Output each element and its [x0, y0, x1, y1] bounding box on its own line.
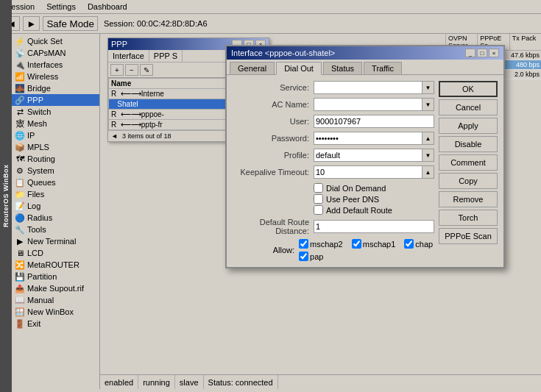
- checkboxes-section: Dial On Demand Use Peer DNS Add Default …: [314, 183, 434, 215]
- use-peer-dns-row: Use Peer DNS: [314, 194, 434, 204]
- dialog-maximize-button[interactable]: □: [477, 49, 487, 57]
- ppp-row-3-name: R ⟵⟶pptp-fr: [109, 120, 228, 130]
- sidebar-item-system[interactable]: ⚙ System: [12, 165, 99, 177]
- profile-input[interactable]: [314, 149, 422, 162]
- user-input[interactable]: [314, 115, 434, 128]
- ok-button[interactable]: OK: [439, 81, 498, 97]
- ac-name-dropdown-button[interactable]: ▼: [422, 98, 434, 111]
- sidebar-item-mesh[interactable]: 🕸 Mesh: [12, 118, 99, 129]
- dial-on-demand-row: Dial On Demand: [314, 183, 434, 193]
- sidebar-item-make-supout[interactable]: 📤 Make Supout.rif: [12, 282, 99, 294]
- ppp-edit-button[interactable]: ✎: [140, 64, 153, 76]
- sidebar-item-metarouter[interactable]: 🔀 MetaROUTER: [12, 259, 99, 271]
- service-label: Service:: [233, 83, 314, 92]
- sidebar-item-mpls[interactable]: 📦 MPLS: [12, 141, 99, 153]
- sidebar-item-tools[interactable]: 🔧 Tools: [12, 224, 99, 235]
- sidebar-item-queues[interactable]: 📋 Queues: [12, 177, 99, 188]
- sidebar-label-wireless: Wireless: [27, 72, 58, 81]
- password-label: Password:: [233, 134, 314, 143]
- ppp-row-2-name: R ⟵⟶pppoe-: [109, 110, 228, 120]
- ppp-remove-button[interactable]: −: [125, 64, 138, 76]
- sidebar-label-files: Files: [27, 190, 44, 199]
- dialog-buttons: OK Cancel Apply Disable Comment Copy Rem…: [439, 81, 498, 261]
- tab-traffic[interactable]: Traffic: [364, 62, 402, 74]
- profile-dropdown-button[interactable]: ▼: [422, 149, 434, 162]
- right-col-tx: Tx Pack: [510, 34, 541, 50]
- password-input[interactable]: [314, 132, 422, 145]
- keepalive-input-wrapper: ▲: [314, 165, 434, 179]
- pap-checkbox[interactable]: [299, 252, 308, 261]
- profile-row: Profile: ▼: [233, 149, 434, 162]
- sidebar-item-wireless[interactable]: 📶 Wireless: [12, 71, 99, 82]
- default-route-row: Default Route Distance:: [233, 218, 434, 235]
- sidebar-item-capsman[interactable]: 📡 CAPsMAN: [12, 47, 99, 59]
- add-default-route-checkbox[interactable]: [314, 205, 323, 215]
- sidebar-item-quick-set[interactable]: ⚡ Quick Set: [12, 35, 99, 47]
- tab-general[interactable]: General: [230, 62, 275, 74]
- use-peer-dns-label: Use Peer DNS: [326, 195, 379, 204]
- tab-status[interactable]: Status: [323, 62, 362, 74]
- ppp-tab-interface[interactable]: Interface: [108, 50, 149, 62]
- sidebar-label-new-terminal: New Terminal: [27, 237, 76, 246]
- dialog-close-button[interactable]: ×: [489, 49, 499, 57]
- sidebar-item-exit[interactable]: 🚪 Exit: [12, 318, 99, 329]
- profile-input-wrapper: ▼: [314, 149, 434, 162]
- copy-button[interactable]: Copy: [439, 173, 498, 189]
- allow-mschap2: mschap2: [299, 239, 343, 249]
- mschap2-checkbox[interactable]: [299, 239, 308, 249]
- dialog-form: Service: ▼ AC Name: ▼: [233, 81, 434, 261]
- menu-settings[interactable]: Settings: [43, 1, 79, 12]
- default-route-input[interactable]: [314, 220, 434, 233]
- cancel-button[interactable]: Cancel: [439, 99, 498, 115]
- allow-chap: chap: [404, 239, 433, 249]
- forward-button[interactable]: ►: [23, 16, 40, 31]
- keepalive-row: Keepalive Timeout: ▲: [233, 165, 434, 179]
- right-row-2-tx: 2.0 kbps: [509, 71, 541, 78]
- ppp-col-name: Name: [109, 79, 228, 89]
- sidebar-item-log[interactable]: 📝 Log: [12, 200, 99, 212]
- sidebar-item-radius[interactable]: 🔵 Radius: [12, 212, 99, 224]
- chap-checkbox[interactable]: [404, 239, 414, 249]
- bridge-icon: 🌉: [15, 83, 25, 93]
- service-input[interactable]: [314, 81, 422, 94]
- menu-dashboard[interactable]: Dashboard: [85, 1, 130, 12]
- sidebar-item-partition[interactable]: 💾 Partition: [12, 271, 99, 282]
- toolbar: ◄ ► Safe Mode Session: 00:0C:42:8D:8D:A6: [0, 14, 541, 34]
- sidebar-item-bridge[interactable]: 🌉 Bridge: [12, 82, 99, 94]
- mschap1-checkbox[interactable]: [352, 239, 361, 249]
- ac-name-input[interactable]: [314, 98, 422, 111]
- use-peer-dns-checkbox[interactable]: [314, 194, 323, 204]
- apply-button[interactable]: Apply: [439, 118, 498, 134]
- sidebar-item-switch[interactable]: ⇄ Switch: [12, 106, 99, 118]
- sidebar-item-ppp[interactable]: 🔗 PPP: [12, 94, 99, 106]
- sidebar-item-routing[interactable]: 🗺 Routing: [12, 153, 99, 165]
- sidebar-item-files[interactable]: 📁 Files: [12, 188, 99, 200]
- supout-icon: 📤: [15, 283, 25, 293]
- password-show-button[interactable]: ▲: [422, 132, 434, 145]
- remove-button[interactable]: Remove: [439, 191, 498, 207]
- sidebar-item-ip[interactable]: 🌐 IP: [12, 129, 99, 141]
- sidebar-item-manual[interactable]: 📖 Manual: [12, 294, 99, 306]
- winbox-icon: 🪟: [15, 307, 25, 317]
- sidebar-item-new-terminal[interactable]: ▶ New Terminal: [12, 235, 99, 247]
- disable-button[interactable]: Disable: [439, 136, 498, 152]
- sidebar-item-new-winbox[interactable]: 🪟 New WinBox: [12, 306, 99, 318]
- sidebar-item-interfaces[interactable]: 🔌 Interfaces: [12, 59, 99, 71]
- tab-dial-out[interactable]: Dial Out: [276, 62, 322, 75]
- safe-mode-button[interactable]: Safe Mode: [43, 16, 97, 31]
- dial-on-demand-checkbox[interactable]: [314, 183, 323, 193]
- ppp-add-button[interactable]: +: [110, 64, 124, 76]
- comment-button[interactable]: Comment: [439, 154, 498, 171]
- keepalive-up-button[interactable]: ▲: [422, 165, 434, 179]
- torch-button[interactable]: Torch: [439, 210, 498, 226]
- service-dropdown-button[interactable]: ▼: [422, 81, 434, 94]
- ppp-tab-ppps[interactable]: PPP S: [149, 50, 183, 62]
- sidebar-label-mesh: Mesh: [27, 119, 47, 128]
- dialog-minimize-button[interactable]: _: [465, 49, 475, 57]
- sidebar-item-lcd[interactable]: 🖥 LCD: [12, 247, 99, 259]
- pppoe-scan-button[interactable]: PPPoE Scan: [439, 228, 498, 244]
- partition-icon: 💾: [15, 271, 25, 282]
- ip-icon: 🌐: [15, 130, 25, 140]
- wireless-icon: 📶: [15, 71, 25, 82]
- keepalive-input[interactable]: [314, 165, 422, 179]
